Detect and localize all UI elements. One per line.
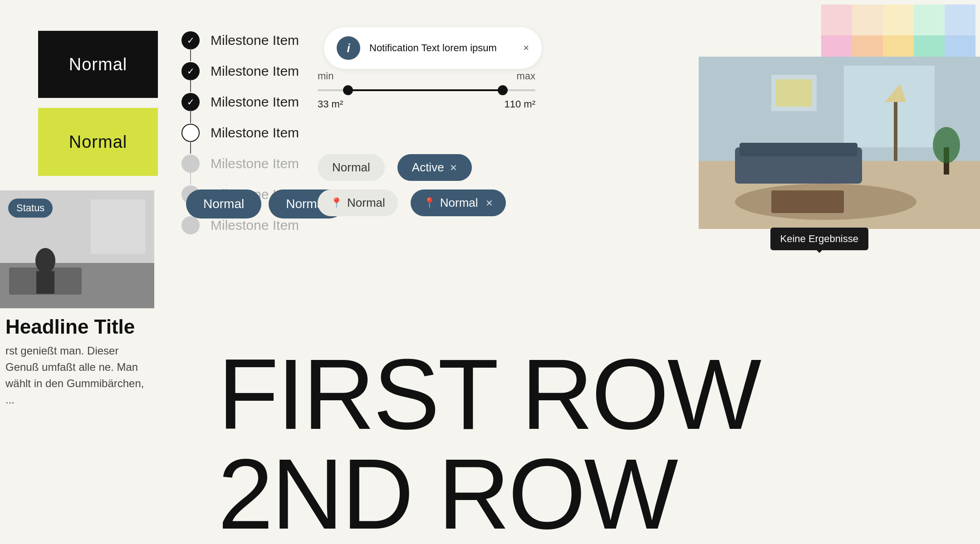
chip-dark-1[interactable]: Normal	[186, 189, 261, 219]
range-thumb-left[interactable]	[343, 85, 353, 95]
milestone-label-4: Milestone Item	[211, 125, 299, 141]
svg-rect-17	[91, 199, 145, 254]
chip-location-normal[interactable]: 📍 Normal	[318, 189, 398, 216]
card-image: Status	[0, 190, 154, 308]
milestone-item-1[interactable]: ✓ Milestone Item	[181, 25, 299, 56]
tooltip-text: Keine Ergebnisse	[780, 233, 858, 244]
milestone-label-2: Milestone Item	[211, 63, 299, 79]
milestone-item-2[interactable]: ✓ Milestone Item	[181, 56, 299, 87]
range-track[interactable]	[318, 89, 535, 91]
chip-normal-1[interactable]: Normal	[318, 154, 385, 181]
color-cell	[945, 5, 975, 35]
chip-location-active[interactable]: 📍 Normal ✕	[411, 189, 506, 216]
notification-box: i Notification Text lorem ipsum ×	[324, 27, 542, 69]
status-badge: Status	[8, 199, 53, 218]
color-cell	[821, 5, 852, 35]
chip-active-1[interactable]: Active ✕	[397, 154, 472, 181]
card-title: Headline Title	[0, 316, 154, 338]
location-icon-2: 📍	[423, 197, 436, 209]
range-thumb-right[interactable]	[498, 85, 508, 95]
color-cell	[883, 5, 914, 35]
milestone-circle-5	[181, 155, 200, 173]
range-min-label: min	[318, 70, 333, 82]
room-image	[699, 57, 980, 229]
check-icon-2: ✓	[187, 66, 195, 77]
check-icon-1: ✓	[187, 35, 195, 46]
notification-close-button[interactable]: ×	[523, 42, 529, 54]
location-icon-1: 📍	[330, 197, 343, 209]
yellow-button-label: Normal	[69, 132, 127, 152]
svg-rect-3	[844, 66, 935, 147]
milestone-circle-7	[181, 216, 200, 234]
chips-row-2-right: 📍 Normal 📍 Normal ✕	[318, 189, 506, 216]
range-values: 33 m² 110 m²	[318, 98, 535, 110]
chip-location-active-label: Normal	[440, 196, 478, 210]
range-labels: min max	[318, 70, 535, 82]
svg-point-11	[933, 127, 960, 163]
milestone-item-5: Milestone Item	[181, 148, 299, 179]
card-description: rst genießt man. Dieser Genuß umfaßt all…	[0, 338, 154, 413]
svg-point-7	[735, 184, 916, 220]
black-button[interactable]: Normal	[38, 31, 158, 98]
svg-rect-5	[740, 143, 858, 156]
chips-row-1: Normal Active ✕	[318, 154, 472, 181]
svg-rect-20	[36, 271, 54, 294]
svg-rect-8	[894, 102, 897, 161]
chip-active-1-label: Active	[412, 160, 444, 175]
large-text-row-1: FIRST ROW	[218, 345, 980, 444]
chip-dark-1-label: Normal	[203, 197, 244, 211]
black-button-label: Normal	[69, 55, 127, 74]
milestone-label-3: Milestone Item	[211, 94, 299, 110]
chip-location-close-icon[interactable]: ✕	[485, 198, 493, 209]
chip-normal-1-label: Normal	[332, 160, 370, 174]
milestone-label-7: Milestone Item	[211, 218, 299, 233]
range-slider[interactable]: min max 33 m² 110 m²	[318, 70, 535, 110]
milestone-circle-4	[181, 124, 200, 142]
milestone-circle-2: ✓	[181, 62, 200, 80]
svg-point-19	[35, 248, 55, 273]
chip-location-normal-label: Normal	[347, 196, 385, 210]
tooltip-box: Keine Ergebnisse	[770, 228, 868, 250]
card: Status Headline Title rst genießt man. D…	[0, 190, 154, 413]
chip-active-close-icon[interactable]: ✕	[450, 162, 457, 173]
check-icon-3: ✓	[187, 97, 195, 107]
notification-text: Notification Text lorem ipsum	[369, 42, 514, 54]
range-right-value: 110 m²	[505, 98, 535, 110]
yellow-button[interactable]: Normal	[38, 108, 158, 176]
large-text-row-2: 2ND ROW	[218, 444, 980, 544]
large-text-area: FIRST ROW 2ND ROW	[218, 345, 980, 544]
milestone-label-5: Milestone Item	[211, 156, 299, 171]
range-max-label: max	[516, 70, 535, 82]
milestone-label-1: Milestone Item	[211, 33, 299, 48]
color-cell	[914, 5, 945, 35]
milestone-circle-1: ✓	[181, 31, 200, 49]
range-fill	[348, 89, 503, 91]
milestone-item-4[interactable]: Milestone Item	[181, 117, 299, 148]
range-left-value: 33 m²	[318, 98, 343, 110]
milestone-item-3[interactable]: ✓ Milestone Item	[181, 87, 299, 117]
milestone-circle-3: ✓	[181, 93, 200, 111]
svg-rect-13	[776, 79, 812, 107]
status-badge-label: Status	[16, 202, 44, 214]
info-icon: i	[337, 36, 360, 60]
color-cell	[852, 5, 883, 35]
